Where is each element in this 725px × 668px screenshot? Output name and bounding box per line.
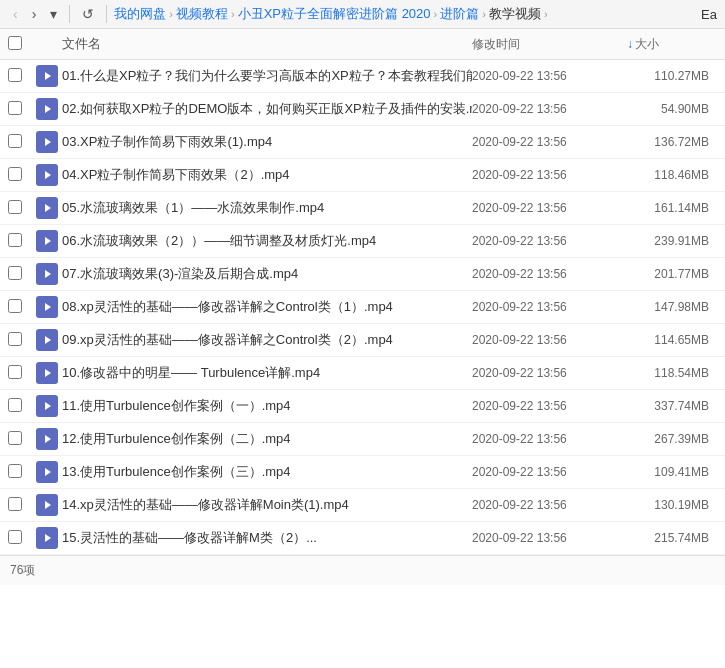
row-size-col: 337.74MB [627,399,717,413]
row-check-col[interactable] [8,167,36,184]
file-icon-7 [36,296,58,318]
row-icon-col [36,296,62,318]
breadcrumb-xp-course[interactable]: 小丑XP粒子全面解密进阶篇 2020 [238,5,431,23]
row-name-col[interactable]: 10.修改器中的明星—— Turbulence详解.mp4 [62,364,472,382]
row-checkbox-8[interactable] [8,332,22,346]
row-icon-col [36,197,62,219]
table-row: 05.水流玻璃效果（1）——水流效果制作.mp4 2020-09-22 13:5… [0,192,725,225]
table-row: 14.xp灵活性的基础——修改器详解Moin类(1).mp4 2020-09-2… [0,489,725,522]
row-check-col[interactable] [8,200,36,217]
row-checkbox-3[interactable] [8,167,22,181]
row-name-col[interactable]: 01.什么是XP粒子？我们为什么要学习高版本的XP粒子？本套教程我们能... [62,67,472,85]
file-name-3[interactable]: 04.XP粒子制作简易下雨效果（2）.mp4 [62,167,290,182]
row-checkbox-10[interactable] [8,398,22,412]
file-icon-2 [36,131,58,153]
file-name-5[interactable]: 06.水流玻璃效果（2））——细节调整及材质灯光.mp4 [62,233,376,248]
toolbar: ‹ › ▾ ↺ 我的网盘 › 视频教程 › 小丑XP粒子全面解密进阶篇 2020… [0,0,725,29]
file-name-4[interactable]: 05.水流玻璃效果（1）——水流效果制作.mp4 [62,200,324,215]
row-date-col: 2020-09-22 13:56 [472,531,627,545]
breadcrumb-my-disk[interactable]: 我的网盘 [114,5,166,23]
row-icon-col [36,263,62,285]
row-name-col[interactable]: 04.XP粒子制作简易下雨效果（2）.mp4 [62,166,472,184]
file-icon-12 [36,461,58,483]
column-header: 文件名 修改时间 ↓ 大小 [0,29,725,60]
refresh-button[interactable]: ↺ [77,4,99,24]
table-row: 12.使用Turbulence创作案例（二）.mp4 2020-09-22 13… [0,423,725,456]
row-check-col[interactable] [8,464,36,481]
row-check-col[interactable] [8,68,36,85]
row-checkbox-13[interactable] [8,497,22,511]
row-name-col[interactable]: 13.使用Turbulence创作案例（三）.mp4 [62,463,472,481]
row-checkbox-7[interactable] [8,299,22,313]
table-row: 07.水流玻璃效果(3)-渲染及后期合成.mp4 2020-09-22 13:5… [0,258,725,291]
forward-button[interactable]: › [27,4,42,24]
file-name-13[interactable]: 14.xp灵活性的基础——修改器详解Moin类(1).mp4 [62,497,349,512]
row-icon-col [36,461,62,483]
row-checkbox-2[interactable] [8,134,22,148]
row-date-col: 2020-09-22 13:56 [472,201,627,215]
file-name-7[interactable]: 08.xp灵活性的基础——修改器详解之Control类（1）.mp4 [62,299,393,314]
row-date-col: 2020-09-22 13:56 [472,69,627,83]
file-name-1[interactable]: 02.如何获取XP粒子的DEMO版本，如何购买正版XP粒子及插件的安装.mp4 [62,101,472,116]
row-name-col[interactable]: 02.如何获取XP粒子的DEMO版本，如何购买正版XP粒子及插件的安装.mp4 [62,100,472,118]
row-checkbox-6[interactable] [8,266,22,280]
row-check-col[interactable] [8,332,36,349]
file-icon-6 [36,263,58,285]
file-name-6[interactable]: 07.水流玻璃效果(3)-渲染及后期合成.mp4 [62,266,298,281]
row-checkbox-5[interactable] [8,233,22,247]
select-all-checkbox[interactable] [8,36,22,50]
file-icon-3 [36,164,58,186]
row-checkbox-9[interactable] [8,365,22,379]
row-name-col[interactable]: 09.xp灵活性的基础——修改器详解之Control类（2）.mp4 [62,331,472,349]
row-check-col[interactable] [8,365,36,382]
row-check-col[interactable] [8,233,36,250]
row-check-col[interactable] [8,398,36,415]
breadcrumb-video-tutorial[interactable]: 视频教程 [176,5,228,23]
row-checkbox-4[interactable] [8,200,22,214]
file-icon-5 [36,230,58,252]
table-row: 04.XP粒子制作简易下雨效果（2）.mp4 2020-09-22 13:56 … [0,159,725,192]
file-name-8[interactable]: 09.xp灵活性的基础——修改器详解之Control类（2）.mp4 [62,332,393,347]
row-name-col[interactable]: 06.水流玻璃效果（2））——细节调整及材质灯光.mp4 [62,232,472,250]
file-name-14[interactable]: 15.灵活性的基础——修改器详解M类（2）... [62,530,317,545]
file-icon-4 [36,197,58,219]
row-name-col[interactable]: 12.使用Turbulence创作案例（二）.mp4 [62,430,472,448]
row-check-col[interactable] [8,431,36,448]
row-checkbox-12[interactable] [8,464,22,478]
row-checkbox-14[interactable] [8,530,22,544]
row-check-col[interactable] [8,266,36,283]
header-date[interactable]: 修改时间 [472,36,627,53]
row-check-col[interactable] [8,101,36,118]
back-button[interactable]: ‹ [8,4,23,24]
row-check-col[interactable] [8,530,36,547]
file-name-10[interactable]: 11.使用Turbulence创作案例（一）.mp4 [62,398,291,413]
file-name-12[interactable]: 13.使用Turbulence创作案例（三）.mp4 [62,464,291,479]
row-check-col[interactable] [8,134,36,151]
row-check-col[interactable] [8,497,36,514]
row-name-col[interactable]: 08.xp灵活性的基础——修改器详解之Control类（1）.mp4 [62,298,472,316]
row-icon-col [36,428,62,450]
file-name-0[interactable]: 01.什么是XP粒子？我们为什么要学习高版本的XP粒子？本套教程我们能... [62,68,472,83]
row-checkbox-11[interactable] [8,431,22,445]
file-name-11[interactable]: 12.使用Turbulence创作案例（二）.mp4 [62,431,291,446]
file-icon-9 [36,362,58,384]
row-name-col[interactable]: 03.XP粒子制作简易下雨效果(1).mp4 [62,133,472,151]
row-check-col[interactable] [8,299,36,316]
row-size-col: 267.39MB [627,432,717,446]
header-check[interactable] [8,36,36,53]
file-icon-11 [36,428,58,450]
file-name-2[interactable]: 03.XP粒子制作简易下雨效果(1).mp4 [62,134,272,149]
breadcrumb-advanced[interactable]: 进阶篇 [440,5,479,23]
file-name-9[interactable]: 10.修改器中的明星—— Turbulence详解.mp4 [62,365,320,380]
row-checkbox-0[interactable] [8,68,22,82]
row-date-col: 2020-09-22 13:56 [472,168,627,182]
more-button[interactable]: ▾ [45,4,62,24]
row-name-col[interactable]: 15.灵活性的基础——修改器详解M类（2）... [62,529,472,547]
row-checkbox-1[interactable] [8,101,22,115]
file-icon-1 [36,98,58,120]
header-size[interactable]: ↓ 大小 [627,36,717,53]
row-name-col[interactable]: 14.xp灵活性的基础——修改器详解Moin类(1).mp4 [62,496,472,514]
row-name-col[interactable]: 05.水流玻璃效果（1）——水流效果制作.mp4 [62,199,472,217]
row-name-col[interactable]: 11.使用Turbulence创作案例（一）.mp4 [62,397,472,415]
row-name-col[interactable]: 07.水流玻璃效果(3)-渲染及后期合成.mp4 [62,265,472,283]
